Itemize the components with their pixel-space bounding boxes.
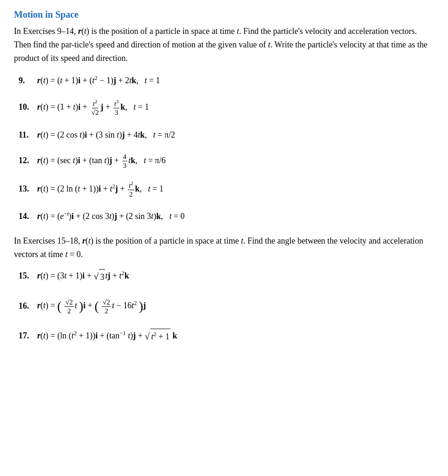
fraction-12: 4 3 [122, 152, 128, 170]
exercise-15: 15. r(t) = (3t + 1)i + √3 tj + t2k [14, 268, 434, 285]
exercise-10-content: r(t) = (1 + t)i + t2 √2 j + t3 3 k, t = … [37, 99, 149, 117]
exercise-15-content: r(t) = (3t + 1)i + √3 tj + t2k [37, 268, 129, 285]
exercise-12: 12. r(t) = (sec t)i + (tan t)j + 4 3 tk,… [14, 152, 434, 170]
section-title: Motion in Space [14, 9, 434, 20]
exercise-13: 13. r(t) = (2 ln (t + 1))i + t2j + t2 2 … [14, 180, 434, 199]
exercise-11: 11. r(t) = (2 cos t)i + (3 sin t)j + 4tk… [14, 127, 434, 142]
fraction-16a: √2 2 [65, 298, 74, 316]
exercise-12-num: 12. [19, 156, 37, 165]
exercise-16: 16. r(t) = ( √2 2 t )i + ( √2 2 t − 16t2… [14, 295, 434, 318]
exercise-9: 9. r(t) = (t + 1)i + (t2 − 1)j + 2tk, t … [14, 73, 434, 88]
exercise-16-num: 16. [19, 301, 37, 311]
exercise-10-num: 10. [19, 102, 37, 112]
exercise-13-num: 13. [19, 184, 37, 194]
exercise-17-num: 17. [19, 331, 37, 341]
sqrt-15: √3 [94, 268, 105, 285]
fraction-10b: t3 3 [113, 99, 120, 117]
exercise-16-content: r(t) = ( √2 2 t )i + ( √2 2 t − 16t2 )j [37, 295, 146, 318]
exercise-17-content: r(t) = (ln (t2 + 1))i + (tan−1 t)j + √t2… [37, 328, 177, 345]
exercise-9-num: 9. [19, 76, 37, 86]
sqrt-17: √t2 + 1 [145, 328, 170, 345]
fraction-10a: t2 √2 [91, 99, 100, 117]
fraction-13: t2 2 [128, 180, 134, 199]
exercise-15-num: 15. [19, 271, 37, 281]
exercise-11-num: 11. [19, 130, 37, 140]
fraction-16b: √2 2 [102, 298, 111, 316]
exercise-17: 17. r(t) = (ln (t2 + 1))i + (tan−1 t)j +… [14, 328, 434, 345]
intro-paragraph-1: In Exercises 9–14, r(t) is the position … [14, 25, 434, 65]
exercise-14-content: r(t) = (e−t)i + (2 cos 3t)j + (2 sin 3t)… [37, 209, 184, 224]
exercise-13-content: r(t) = (2 ln (t + 1))i + t2j + t2 2 k, t… [37, 180, 164, 199]
exercise-11-content: r(t) = (2 cos t)i + (3 sin t)j + 4tk, t … [37, 127, 175, 142]
exercise-12-content: r(t) = (sec t)i + (tan t)j + 4 3 tk, t =… [37, 152, 165, 170]
intro-paragraph-2: In Exercises 15–18, r(t) is the position… [14, 234, 434, 261]
exercise-10: 10. r(t) = (1 + t)i + t2 √2 j + t3 3 k, … [14, 99, 434, 117]
exercise-14: 14. r(t) = (e−t)i + (2 cos 3t)j + (2 sin… [14, 209, 434, 224]
exercise-9-content: r(t) = (t + 1)i + (t2 − 1)j + 2tk, t = 1 [37, 73, 160, 88]
exercise-14-num: 14. [19, 212, 37, 221]
